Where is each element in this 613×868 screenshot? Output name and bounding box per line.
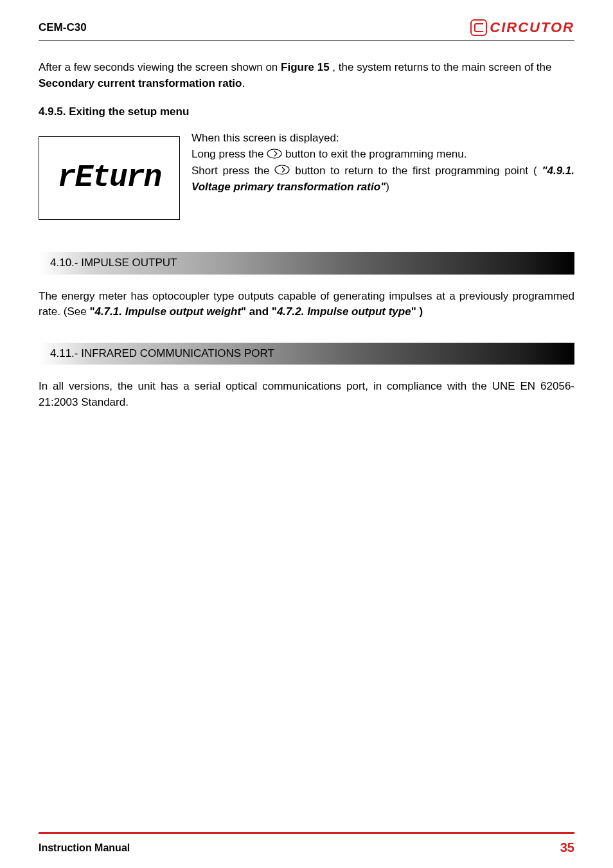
exit-line-1: When this screen is displayed: bbox=[191, 130, 574, 147]
logo-icon bbox=[470, 19, 487, 36]
section-410-body: The energy meter has optocoupler type ou… bbox=[39, 289, 574, 320]
ref-472: 4.7.2. Impulse output type bbox=[277, 305, 411, 318]
svg-point-0 bbox=[267, 149, 281, 158]
page-content: After a few seconds viewing the screen s… bbox=[39, 60, 574, 832]
section-495-title: 4.9.5. Exiting the setup menu bbox=[39, 104, 574, 120]
intro-text-2: , the system returns to the main screen … bbox=[332, 61, 551, 73]
ratio-term: Secondary current transformation ratio bbox=[39, 77, 242, 89]
lcd-return-text: rEturn bbox=[58, 156, 161, 201]
exit-description: When this screen is displayed: Long pres… bbox=[191, 130, 574, 195]
footer-title: Instruction Manual bbox=[39, 842, 130, 854]
intro-end: . bbox=[242, 77, 245, 89]
page-footer: Instruction Manual 35 bbox=[39, 832, 574, 855]
exit-menu-row: rEturn When this screen is displayed: Lo… bbox=[39, 130, 574, 220]
eye-icon bbox=[267, 149, 282, 159]
section-410-header: 4.10.- IMPULSE OUTPUT bbox=[39, 252, 574, 275]
page-number: 35 bbox=[560, 840, 574, 855]
exit-line-3: Short press the button to return to the … bbox=[191, 163, 574, 195]
svg-point-1 bbox=[275, 165, 289, 174]
figure-ref: Figure 15 bbox=[281, 61, 332, 73]
ref-471: 4.7.1. Impulse output weight bbox=[94, 305, 241, 318]
brand-name: CIRCUTOR bbox=[490, 19, 574, 36]
intro-paragraph: After a few seconds viewing the screen s… bbox=[39, 60, 574, 91]
eye-icon bbox=[274, 165, 290, 175]
page-header: CEM-C30 CIRCUTOR bbox=[39, 19, 574, 41]
intro-text: After a few seconds viewing the screen s… bbox=[39, 61, 281, 73]
model-number: CEM-C30 bbox=[39, 21, 87, 34]
brand-logo: CIRCUTOR bbox=[470, 19, 574, 36]
exit-line-2: Long press the button to exit the progra… bbox=[191, 146, 574, 163]
section-411-header: 4.11.- INFRARED COMMUNICATIONS PORT bbox=[39, 343, 574, 365]
section-411-body: In all versions, the unit has a serial o… bbox=[39, 379, 574, 410]
lcd-display-box: rEturn bbox=[39, 136, 180, 220]
